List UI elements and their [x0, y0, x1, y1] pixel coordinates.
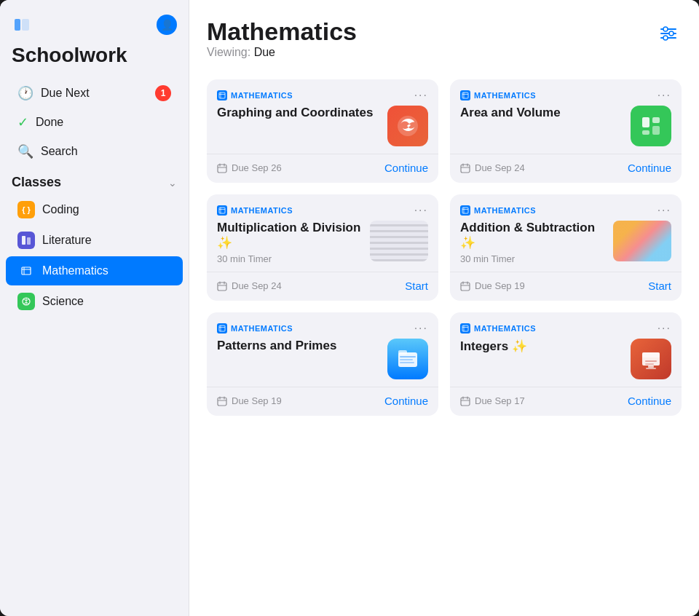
card-patterns-footer: Due Sep 19 Continue [207, 387, 438, 416]
card-patterns-app-icon [387, 339, 428, 379]
card-area-volume-body: MATHEMATICS ··· Area and Volume [450, 79, 682, 154]
card-area-volume-action-button[interactable]: Continue [628, 162, 671, 174]
card-graphing-body: MATHEMATICS ··· Graphing and Coordinates [207, 79, 438, 154]
card-addition-body: MATHEMATICS ··· Addition & Subtraction ✨… [450, 194, 682, 272]
mathematics-subject-icon-3 [217, 205, 227, 216]
card-patterns-title: Patterns and Primes [217, 339, 380, 353]
card-area-volume-due: Due Sep 24 [460, 162, 525, 173]
card-graphing-footer: Due Sep 26 Continue [207, 154, 438, 183]
sidebar-header: 👤 [0, 15, 189, 41]
card-multiplication-timer: 30 min Timer [217, 253, 363, 264]
card-graphing-action-button[interactable]: Continue [384, 162, 428, 174]
card-addition-subject-text: MATHEMATICS [474, 206, 536, 215]
svg-rect-3 [22, 236, 25, 245]
card-graphing-due: Due Sep 26 [217, 162, 282, 173]
card-multiplication-footer: Due Sep 24 Start [207, 272, 438, 301]
card-graphing-app-icon [387, 106, 428, 146]
card-multiplication-action-button[interactable]: Start [405, 280, 428, 292]
card-addition-subject: MATHEMATICS [460, 205, 536, 216]
card-patterns-more-button[interactable]: ··· [414, 323, 428, 334]
card-graphing-subject: MATHEMATICS [217, 90, 293, 100]
card-graphing-due-date: Due Sep 26 [232, 162, 282, 173]
card-integers-more-button[interactable]: ··· [657, 323, 671, 334]
card-integers-subject-text: MATHEMATICS [474, 324, 536, 333]
card-graphing-more-button[interactable]: ··· [414, 90, 428, 101]
mathematics-subject-icon-2 [460, 90, 470, 100]
user-button[interactable]: 👤 [157, 15, 177, 35]
sidebar-toggle-button[interactable] [12, 15, 32, 35]
sidebar-item-mathematics[interactable]: Mathematics [6, 256, 183, 285]
sidebar-item-science[interactable]: Science [6, 287, 183, 316]
svg-rect-40 [218, 283, 226, 291]
card-graphing-title-row: Graphing and Coordinates [217, 106, 428, 146]
filter-button[interactable] [655, 20, 682, 47]
card-addition-due: Due Sep 19 [460, 280, 525, 291]
sidebar-item-science-label: Science [42, 295, 84, 308]
svg-rect-60 [400, 362, 414, 363]
card-multiplication-more-button[interactable]: ··· [414, 205, 428, 216]
card-multiplication-subject-line: MATHEMATICS ··· [217, 205, 428, 216]
svg-rect-4 [27, 237, 31, 245]
svg-rect-2 [15, 19, 20, 31]
card-addition-due-date: Due Sep 19 [475, 280, 525, 291]
card-patterns-title-row: Patterns and Primes [217, 339, 428, 379]
card-integers-footer: Due Sep 17 Continue [450, 387, 682, 416]
checkmark-icon: ✓ [17, 114, 28, 130]
svg-rect-28 [642, 117, 649, 127]
card-area-volume-subject-line: MATHEMATICS ··· [460, 90, 671, 101]
card-multiplication: MATHEMATICS ··· Multiplication & Divisio… [207, 194, 438, 301]
sidebar-item-mathematics-label: Mathematics [42, 264, 108, 277]
science-class-icon [17, 293, 35, 310]
card-integers-body: MATHEMATICS ··· Integers ✨ [450, 312, 682, 387]
sidebar-item-literature-label: Literature [42, 234, 92, 247]
svg-rect-32 [461, 165, 470, 173]
card-area-volume-app-icon [631, 106, 671, 146]
card-integers-action-button[interactable]: Continue [628, 395, 671, 407]
card-patterns-body: MATHEMATICS ··· Patterns and Primes [207, 312, 438, 387]
chevron-down-icon[interactable]: ⌄ [168, 177, 177, 189]
nav-item-search[interactable]: 🔍 Search [6, 138, 183, 165]
sidebar-item-literature[interactable]: Literature [6, 226, 183, 255]
card-area-volume: MATHEMATICS ··· Area and Volume [450, 79, 682, 183]
card-integers-title-row: Integers ✨ [460, 339, 671, 379]
card-patterns-action-button[interactable]: Continue [384, 395, 428, 407]
card-addition-footer: Due Sep 19 Start [450, 272, 682, 301]
card-addition-more-button[interactable]: ··· [657, 205, 671, 216]
search-icon: 🔍 [17, 143, 33, 159]
nav-item-due-next[interactable]: 🕐 Due Next 1 [6, 79, 183, 107]
mathematics-class-icon [17, 262, 35, 280]
card-area-volume-subject: MATHEMATICS [460, 90, 536, 100]
card-multiplication-thumbnail [370, 221, 428, 261]
svg-rect-20 [218, 165, 226, 173]
nav-item-done[interactable]: ✓ Done [6, 108, 183, 136]
card-multiplication-subject: MATHEMATICS [217, 205, 293, 216]
card-patterns-subject-text: MATHEMATICS [231, 324, 293, 333]
svg-rect-71 [648, 366, 654, 368]
svg-rect-48 [461, 283, 470, 291]
card-area-volume-more-button[interactable]: ··· [657, 90, 671, 101]
card-addition-action-button[interactable]: Start [648, 280, 671, 292]
card-patterns-subject-line: MATHEMATICS ··· [217, 323, 428, 334]
sidebar: 👤 Schoolwork 🕐 Due Next 1 ✓ Done 🔍 Searc… [0, 0, 189, 616]
svg-rect-30 [652, 126, 660, 135]
card-patterns-due-date: Due Sep 19 [232, 395, 282, 406]
card-integers-subject: MATHEMATICS [460, 323, 536, 333]
card-graphing-subject-line: MATHEMATICS ··· [217, 90, 428, 101]
card-addition-thumbnail [613, 221, 671, 261]
card-graphing-title: Graphing and Coordinates [217, 106, 380, 120]
card-integers-due-date: Due Sep 17 [475, 395, 525, 406]
svg-point-13 [663, 27, 668, 31]
card-integers-title: Integers ✨ [460, 339, 623, 354]
card-multiplication-subject-text: MATHEMATICS [231, 206, 293, 215]
card-addition-title: Addition & Subtraction ✨ [460, 221, 606, 250]
card-integers-due: Due Sep 17 [460, 395, 525, 406]
app-window: 👤 Schoolwork 🕐 Due Next 1 ✓ Done 🔍 Searc… [0, 0, 699, 616]
card-multiplication-title: Multiplication & Division ✨ [217, 221, 363, 250]
svg-rect-1 [22, 19, 29, 31]
sidebar-item-coding[interactable]: { } Coding [6, 195, 183, 224]
svg-rect-29 [652, 117, 660, 123]
mathematics-subject-icon-6 [460, 323, 470, 333]
svg-rect-61 [218, 398, 226, 406]
card-area-volume-subject-text: MATHEMATICS [474, 91, 536, 100]
literature-class-icon [17, 232, 35, 249]
